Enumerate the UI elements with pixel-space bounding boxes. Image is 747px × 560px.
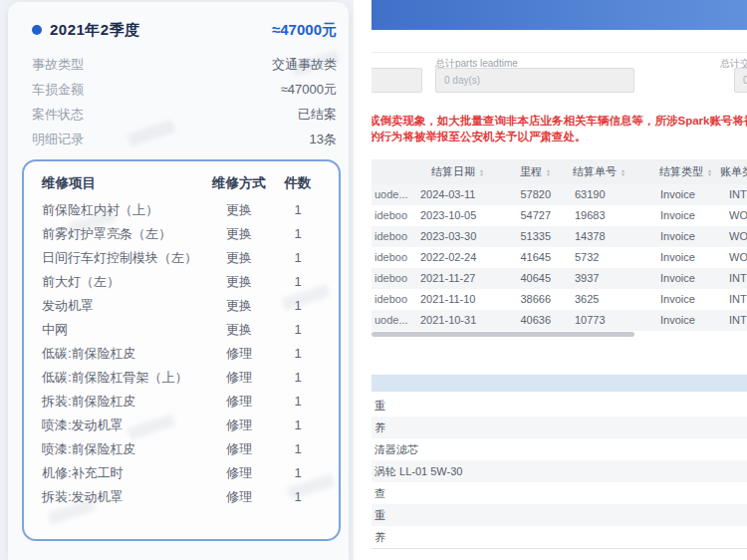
repair-method: 修理: [203, 342, 275, 366]
repair-row: 低碳:前保险杠皮修理1: [42, 342, 339, 366]
settlement-row[interactable]: ideboo2023-10-055472719683InvoiceWOR: [372, 205, 747, 226]
header-mileage[interactable]: 里程▲▼: [491, 159, 551, 184]
header-settle-date[interactable]: 结算日期▲▼: [431, 159, 484, 184]
cell-type: Invoice: [660, 226, 695, 247]
cell-type: Invoice: [660, 247, 695, 268]
header-bill-type[interactable]: 账单类: [720, 159, 747, 184]
sort-icon: ▲▼: [479, 168, 484, 176]
info-label: 事故类型: [32, 52, 84, 77]
cell-type: Invoice: [660, 268, 695, 289]
accident-info-list: 事故类型交通事故类车损金额≈47000元案件状态已结案明细记录13条: [8, 52, 349, 151]
cell-mileage: 38666: [501, 289, 551, 310]
cell-vendor: ideboo: [374, 268, 407, 289]
repair-header-method: 维修方式: [203, 171, 275, 195]
repair-row: 喷漆:发动机罩修理1: [42, 414, 339, 437]
cell-bill-type: INT: [729, 310, 747, 331]
cell-vendor: ideboo: [374, 289, 407, 310]
repair-row: 低碳:前保险杠骨架（上）修理1: [42, 366, 339, 390]
repair-method: 修理: [203, 485, 275, 509]
cell-bill-type: WOR: [729, 226, 747, 247]
cell-date: 2024-03-11: [420, 184, 475, 205]
repair-count: 1: [275, 198, 321, 222]
clipped-left-input[interactable]: [372, 68, 422, 93]
repair-item-name: 喷漆:发动机罩: [42, 414, 203, 437]
repair-item-name: 拆装:前保险杠皮: [42, 390, 203, 414]
sort-icon: ▲▼: [621, 168, 625, 176]
warning-line-1: 或倒卖现象，如大批量查询非本店业务相关车辆信息等，所涉Spark账号将被冻结。相…: [372, 113, 747, 129]
cell-doc-no: 3625: [575, 289, 599, 310]
cell-type: Invoice: [660, 205, 695, 226]
repair-row: 前保险杠内衬（上）更换1: [42, 198, 339, 222]
repair-count: 1: [275, 461, 321, 485]
info-label: 案件状态: [32, 102, 84, 127]
repair-items-panel: 维修项目 维修方式 件数 前保险杠内衬（上）更换1前雾灯护罩亮条（左）更换1日间…: [22, 159, 341, 541]
cell-bill-type: WOR: [729, 205, 747, 226]
info-value: 13条: [310, 127, 337, 151]
sort-icon: ▲▼: [546, 168, 551, 176]
cell-mileage: 40645: [501, 268, 551, 289]
repair-method: 修理: [203, 437, 275, 461]
cell-mileage: 40636: [501, 310, 551, 331]
parts-row: 查: [372, 482, 747, 504]
claim-amount: ≈47000元: [272, 21, 337, 40]
cell-date: 2023-10-05: [420, 205, 476, 226]
repair-count: 1: [275, 437, 321, 461]
parts-row: 养: [372, 526, 747, 548]
parts-row: 重: [372, 504, 747, 526]
cell-bill-type: INT: [729, 184, 747, 205]
repair-row: 中网更换1: [42, 318, 339, 342]
settlement-row[interactable]: uode...2021-10-314063610773InvoiceINT: [372, 310, 747, 331]
cell-doc-no: 10773: [575, 310, 606, 331]
info-row: 案件状态已结案: [8, 102, 349, 127]
cell-date: 2022-02-24: [420, 247, 476, 268]
repair-method: 更换: [203, 318, 275, 342]
settlement-row[interactable]: ideboo2021-11-27406453937InvoiceINT: [372, 268, 747, 289]
horizontal-scrollbar[interactable]: [372, 332, 634, 337]
repair-count: 1: [275, 414, 321, 437]
repair-row: 发动机罩更换1: [42, 294, 339, 318]
repair-method: 修理: [203, 390, 275, 414]
repair-count: 1: [275, 246, 321, 270]
right-total-input[interactable]: 0 day(s): [734, 68, 747, 93]
header-settle-type[interactable]: 结算类型▲▼: [659, 159, 712, 184]
sort-icon: ▲▼: [707, 168, 712, 176]
cell-date: 2021-11-10: [420, 289, 475, 310]
settlement-table-header: 结算日期▲▼ 里程▲▼ 结算单号▲▼ 结算类型▲▼ 账单类: [372, 159, 747, 184]
repair-method: 修理: [203, 366, 275, 390]
bottom-divider: [372, 548, 747, 549]
settlement-row[interactable]: ideboo2022-02-24416455732InvoiceWOR: [372, 247, 747, 268]
repair-method: 修理: [203, 414, 275, 437]
screenshot-root: 2021年2季度 ≈47000元 事故类型交通事故类车损金额≈47000元案件状…: [0, 0, 747, 560]
cell-type: Invoice: [660, 184, 695, 205]
cell-bill-type: INT: [729, 289, 747, 310]
repair-row: 机修:补充工时修理1: [42, 461, 339, 485]
cell-doc-no: 5732: [575, 247, 599, 268]
parts-section-header-bar: [372, 375, 747, 392]
repair-item-name: 发动机罩: [42, 294, 203, 318]
repair-count: 1: [275, 366, 321, 390]
info-label: 车损金额: [32, 77, 84, 102]
repair-table-header: 维修项目 维修方式 件数: [42, 171, 339, 195]
settlement-row[interactable]: ideboo2021-11-10386663625InvoiceINT: [372, 289, 747, 310]
parts-row: 涡轮 LL-01 5W-30: [372, 460, 747, 482]
cell-bill-type: INT: [729, 268, 747, 289]
repair-row: 拆装:发动机罩修理1: [42, 485, 339, 509]
repair-row: 前雾灯护罩亮条（左）更换1: [42, 222, 339, 246]
card-header: 2021年2季度 ≈47000元: [8, 14, 349, 44]
repair-row: 前大灯（左）更换1: [42, 270, 339, 294]
repair-row: 拆装:前保险杠皮修理1: [42, 390, 339, 414]
cell-mileage: 54727: [501, 205, 551, 226]
parts-row: 重: [372, 395, 747, 417]
repair-count: 1: [275, 342, 321, 366]
repair-method: 更换: [203, 198, 275, 222]
repair-count: 1: [275, 485, 321, 509]
settlement-row[interactable]: uode...2024-03-115782063190InvoiceINT: [372, 184, 747, 205]
header-settle-no[interactable]: 结算单号▲▼: [573, 159, 625, 184]
info-value: ≈47000元: [281, 77, 337, 102]
leadtime-input[interactable]: 0 day(s): [435, 68, 634, 93]
repair-count: 1: [275, 318, 321, 342]
repair-count: 1: [275, 270, 321, 294]
settlement-row[interactable]: ideboo2023-03-305133514378InvoiceWOR: [372, 226, 747, 247]
repair-item-name: 喷漆:前保险杠皮: [42, 437, 203, 461]
info-row: 明细记录13条: [8, 127, 349, 151]
